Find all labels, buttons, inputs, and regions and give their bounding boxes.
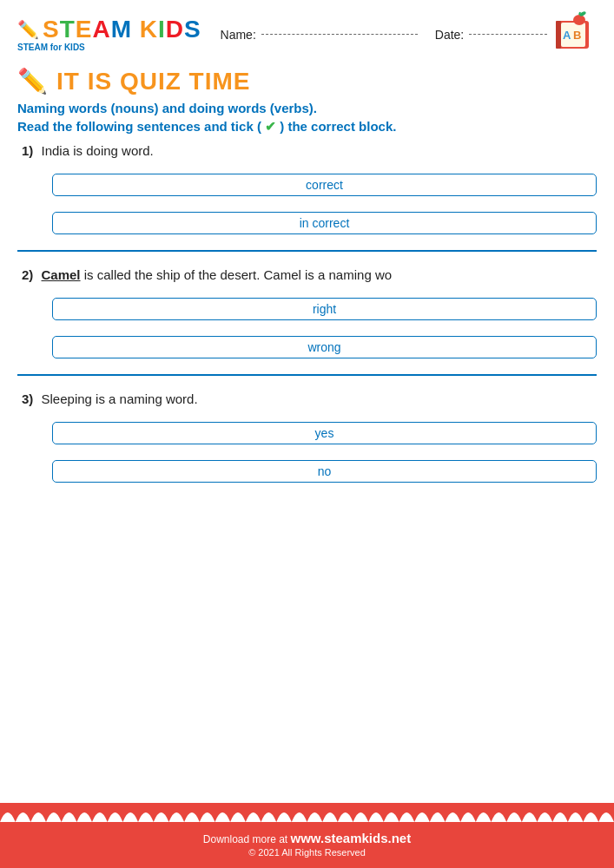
svg-point-5 xyxy=(573,15,585,25)
ab-book-icon: A B xyxy=(549,10,597,58)
question-3-text: 3) Sleeping is a naming word. xyxy=(17,391,597,406)
quiz-title-section: ✏️ IT IS QUIZ TIME xyxy=(0,63,614,97)
question-2-text: 2) Camel is called the ship of the deser… xyxy=(17,267,597,282)
footer-content: Download more at www.steamkids.net © 202… xyxy=(0,822,614,868)
question-1-block: 1) India is doing word. correct in corre… xyxy=(17,143,597,234)
divider-2 xyxy=(17,374,597,376)
date-label: Date: xyxy=(435,28,547,42)
q3-option-no[interactable]: no xyxy=(52,460,597,483)
question-1-content: India is doing word. xyxy=(42,143,154,158)
q2-option-right[interactable]: right xyxy=(52,298,597,320)
question-3-options: yes no xyxy=(17,422,597,483)
question-2-content: is called the ship of the desert. Camel … xyxy=(84,267,392,282)
name-label: Name: xyxy=(221,28,418,42)
q1-option-correct[interactable]: correct xyxy=(52,174,597,196)
quiz-subtitle: Naming words (nouns) and doing words (ve… xyxy=(0,97,614,117)
svg-text:A: A xyxy=(563,29,571,42)
question-3-block: 3) Sleeping is a naming word. yes no xyxy=(17,391,597,483)
pencil-logo-icon: ✏️ xyxy=(17,19,39,40)
q2-option-wrong[interactable]: wrong xyxy=(52,336,597,358)
question-3-number: 3) xyxy=(22,391,33,406)
logo-steam-text: STEAM KIDS xyxy=(43,17,201,42)
question-2-options: right wrong xyxy=(17,298,597,358)
q3-option-yes[interactable]: yes xyxy=(52,422,597,444)
scallop-decoration xyxy=(0,803,614,822)
question-1-text: 1) India is doing word. xyxy=(17,143,597,158)
question-3-content: Sleeping is a naming word. xyxy=(42,391,198,406)
date-line xyxy=(469,34,547,35)
name-line xyxy=(261,34,418,35)
quiz-pencil-icon: ✏️ xyxy=(17,67,48,95)
footer-copyright: © 2021 All Rights Reserved xyxy=(0,847,614,858)
logo-subtitle: STEAM for KIDS xyxy=(17,43,85,52)
question-2-block: 2) Camel is called the ship of the deser… xyxy=(17,267,597,358)
quiz-instruction: Read the following sentences and tick ( … xyxy=(0,117,614,143)
q1-option-incorrect[interactable]: in correct xyxy=(52,212,597,234)
quiz-title: IT IS QUIZ TIME xyxy=(56,68,250,95)
footer-download-text: Download more at www.steamkids.net xyxy=(0,831,614,845)
svg-rect-1 xyxy=(556,21,561,49)
questions-area: 1) India is doing word. correct in corre… xyxy=(0,143,614,483)
logo-area: ✏️ STEAM KIDS STEAM for KIDS xyxy=(17,17,201,52)
divider-1 xyxy=(17,250,597,252)
footer-url: www.steamkids.net xyxy=(291,831,412,845)
question-2-underline: Camel xyxy=(42,267,81,282)
page-header: ✏️ STEAM KIDS STEAM for KIDS Name: Date:… xyxy=(0,0,614,63)
checkmark-icon: ✔ xyxy=(265,119,276,134)
question-1-number: 1) xyxy=(22,143,33,158)
svg-text:B: B xyxy=(573,29,581,42)
question-1-options: correct in correct xyxy=(17,174,597,234)
page-footer: Download more at www.steamkids.net © 202… xyxy=(0,803,614,868)
name-date-area: Name: Date: xyxy=(201,28,549,42)
question-2-number: 2) xyxy=(22,267,33,282)
